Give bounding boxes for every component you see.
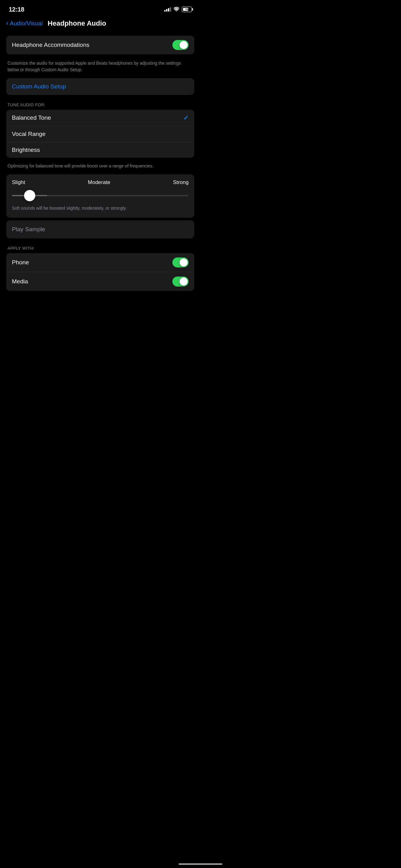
battery-level: 74	[185, 8, 188, 11]
custom-audio-setup-button[interactable]: Custom Audio Setup	[6, 78, 194, 95]
tune-audio-footnote: Optimizing for balanced tone will provid…	[6, 160, 194, 174]
slider-track-container[interactable]	[12, 190, 189, 201]
back-chevron-icon: ‹	[6, 19, 8, 27]
boost-slider-card: Slight Moderate Strong Soft sounds will …	[6, 174, 194, 218]
tune-audio-section: TUNE AUDIO FOR: Balanced Tone ✓ Vocal Ra…	[6, 102, 194, 174]
content-area: Headphone Accommodations Customize the a…	[0, 32, 201, 297]
apply-with-section: APPLY WITH: Phone Media	[6, 246, 194, 291]
headphone-accommodations-description: Customize the audio for supported Apple …	[6, 57, 194, 78]
battery-icon: 74	[182, 6, 192, 12]
phone-label: Phone	[12, 259, 29, 266]
vocal-range-row[interactable]: Vocal Range	[6, 126, 194, 142]
back-label: Audio/Visual	[10, 20, 42, 27]
phone-row: Phone	[6, 253, 194, 272]
play-sample-label: Play Sample	[12, 226, 45, 232]
headphone-accommodations-row: Headphone Accommodations	[6, 36, 194, 54]
status-time: 12:18	[9, 6, 24, 13]
brightness-row[interactable]: Brightness	[6, 142, 194, 158]
slider-label-strong: Strong	[173, 179, 189, 186]
apply-with-card: Phone Media	[6, 253, 194, 291]
headphone-accommodations-label: Headphone Accommodations	[12, 41, 89, 49]
phone-toggle[interactable]	[172, 257, 189, 268]
custom-audio-setup-label: Custom Audio Setup	[12, 83, 66, 90]
media-toggle[interactable]	[172, 277, 189, 286]
signal-icon	[164, 7, 171, 11]
status-icons: 74	[164, 6, 192, 12]
status-bar: 12:18 74	[0, 0, 201, 17]
page-title: Headphone Audio	[48, 19, 106, 28]
headphone-accommodations-toggle[interactable]	[172, 40, 189, 50]
slider-description: Soft sounds will be boosted slightly, mo…	[12, 205, 189, 212]
slider-label-slight: Slight	[12, 179, 25, 186]
play-sample-button[interactable]: Play Sample	[6, 220, 194, 239]
vocal-range-label: Vocal Range	[12, 131, 45, 137]
apply-with-section-label: APPLY WITH:	[6, 246, 194, 253]
slider-knob[interactable]	[24, 190, 35, 201]
media-row: Media	[6, 272, 194, 291]
headphone-accommodations-card: Headphone Accommodations	[6, 36, 194, 54]
nav-header: ‹ Audio/Visual Headphone Audio	[0, 17, 201, 32]
balanced-tone-row[interactable]: Balanced Tone ✓	[6, 110, 194, 126]
tune-audio-card: Balanced Tone ✓ Vocal Range Brightness	[6, 110, 194, 158]
wifi-icon	[174, 7, 179, 12]
balanced-tone-checkmark: ✓	[183, 114, 189, 122]
slider-label-moderate: Moderate	[88, 179, 110, 186]
brightness-label: Brightness	[12, 147, 40, 153]
media-label: Media	[12, 278, 28, 285]
slider-track	[12, 195, 189, 196]
balanced-tone-label: Balanced Tone	[12, 114, 51, 121]
slider-labels: Slight Moderate Strong	[12, 179, 189, 186]
back-button[interactable]: ‹ Audio/Visual	[6, 20, 43, 27]
tune-audio-section-label: TUNE AUDIO FOR:	[6, 102, 194, 110]
